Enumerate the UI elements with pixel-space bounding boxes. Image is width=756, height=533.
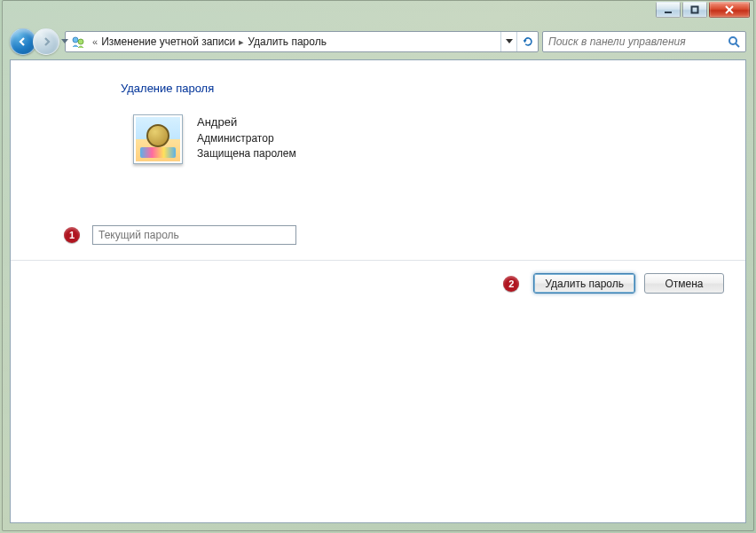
minimize-button[interactable] — [656, 2, 681, 18]
account-block: Андрей Администратор Защищена паролем — [133, 114, 728, 164]
account-status: Защищена паролем — [197, 146, 296, 161]
maximize-icon — [690, 5, 699, 14]
window-controls — [654, 2, 750, 18]
close-icon — [725, 5, 734, 14]
cancel-label: Отмена — [665, 278, 703, 290]
svg-marker-4 — [61, 39, 68, 43]
account-role: Администратор — [197, 131, 296, 146]
chevron-down-icon — [61, 39, 68, 44]
password-input-row: 1 — [11, 225, 745, 245]
window-frame: « Изменение учетной записи ▸ Удалить пар… — [2, 0, 754, 531]
svg-point-5 — [73, 37, 78, 43]
page-title: Удаление пароля — [121, 82, 728, 95]
account-name: Андрей — [197, 114, 296, 131]
address-dropdown[interactable] — [500, 32, 516, 51]
remove-password-label: Удалить пароль — [545, 278, 624, 290]
forward-button[interactable] — [33, 28, 59, 55]
breadcrumb-prefix: « — [91, 36, 99, 47]
svg-marker-7 — [506, 39, 513, 43]
address-bar[interactable]: « Изменение учетной записи ▸ Удалить пар… — [65, 31, 539, 52]
refresh-icon — [522, 35, 534, 48]
close-button[interactable] — [709, 2, 750, 18]
content-panel: Удаление пароля Андрей Администратор Защ… — [10, 59, 746, 523]
maximize-button[interactable] — [682, 2, 707, 18]
callout-badge-2: 2 — [503, 276, 519, 292]
breadcrumb-item-1[interactable]: Удалить пароль — [246, 35, 328, 48]
nav-buttons — [10, 28, 61, 55]
breadcrumb-separator: ▸ — [237, 36, 246, 48]
refresh-button[interactable] — [516, 32, 538, 51]
minimize-icon — [664, 5, 673, 14]
svg-point-9 — [729, 37, 736, 44]
navigation-row: « Изменение учетной записи ▸ Удалить пар… — [10, 26, 746, 58]
cancel-button[interactable]: Отмена — [644, 273, 724, 294]
nav-history-dropdown[interactable] — [59, 35, 70, 48]
remove-password-button[interactable]: Удалить пароль — [533, 273, 635, 294]
arrow-right-icon — [41, 36, 51, 47]
button-row: 2 Удалить пароль Отмена — [11, 260, 745, 306]
svg-line-10 — [736, 43, 739, 47]
svg-point-6 — [78, 39, 83, 44]
arrow-left-icon — [18, 36, 28, 47]
search-box[interactable] — [542, 31, 746, 52]
search-input[interactable] — [548, 35, 728, 48]
avatar — [133, 114, 183, 164]
svg-rect-1 — [692, 7, 698, 13]
user-accounts-icon — [69, 33, 87, 51]
account-text: Андрей Администратор Защищена паролем — [197, 114, 296, 162]
callout-badge-1: 1 — [64, 227, 80, 243]
chevron-down-icon — [506, 39, 513, 44]
avatar-image — [136, 117, 180, 161]
current-password-input[interactable] — [92, 225, 296, 245]
titlebar — [3, 1, 753, 22]
search-icon — [728, 35, 740, 48]
breadcrumb-item-0[interactable]: Изменение учетной записи — [99, 35, 237, 48]
